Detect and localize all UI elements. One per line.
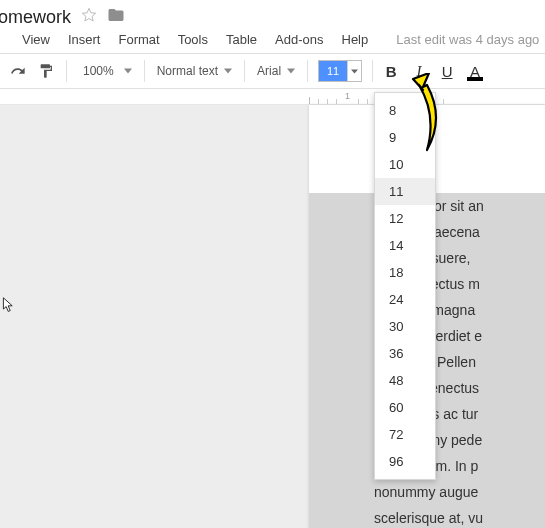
document-title[interactable]: omework xyxy=(0,7,71,28)
font-size-control xyxy=(318,60,362,82)
annotation-arrow xyxy=(395,73,465,162)
zoom-dropdown[interactable]: 100% xyxy=(73,64,138,78)
folder-icon[interactable] xyxy=(107,6,125,28)
text-color-bar xyxy=(467,77,483,81)
menu-help[interactable]: Help xyxy=(342,32,369,47)
body-text-line[interactable]: nonummy augue xyxy=(309,479,545,505)
menu-addons[interactable]: Add-ons xyxy=(275,32,323,47)
font-size-dropdown-button[interactable] xyxy=(347,61,361,81)
menu-view[interactable]: View xyxy=(22,32,50,47)
body-text-line[interactable]: scelerisque at, vu xyxy=(309,505,545,528)
menu-tools[interactable]: Tools xyxy=(178,32,208,47)
font-family-dropdown[interactable]: Arial xyxy=(251,64,301,78)
font-size-option[interactable]: 24 xyxy=(375,286,435,313)
font-size-option[interactable]: 96 xyxy=(375,448,435,475)
paragraph-style-value: Normal text xyxy=(157,64,218,78)
mouse-cursor-icon xyxy=(2,297,16,317)
chevron-down-icon xyxy=(287,64,295,78)
chevron-down-icon xyxy=(351,68,358,75)
redo-icon[interactable] xyxy=(4,58,32,84)
chevron-down-icon xyxy=(224,64,232,78)
font-size-option[interactable]: 48 xyxy=(375,367,435,394)
star-icon[interactable] xyxy=(81,7,97,27)
font-size-option[interactable]: 72 xyxy=(375,421,435,448)
font-size-option[interactable]: 11 xyxy=(375,178,435,205)
menu-table[interactable]: Table xyxy=(226,32,257,47)
font-size-option[interactable]: 12 xyxy=(375,205,435,232)
workspace: ipsum dolor sit aning elit. MaecenaFusce… xyxy=(0,105,545,528)
menu-insert[interactable]: Insert xyxy=(68,32,101,47)
menu-bar: View Insert Format Tools Table Add-ons H… xyxy=(0,32,545,53)
text-color-button[interactable]: A xyxy=(463,58,487,84)
menu-format[interactable]: Format xyxy=(118,32,159,47)
font-family-value: Arial xyxy=(257,64,281,78)
font-size-option[interactable]: 60 xyxy=(375,394,435,421)
font-size-option[interactable]: 14 xyxy=(375,232,435,259)
font-size-option[interactable]: 30 xyxy=(375,313,435,340)
canvas-gutter xyxy=(0,105,309,528)
paragraph-style-dropdown[interactable]: Normal text xyxy=(151,64,238,78)
font-size-option[interactable]: 18 xyxy=(375,259,435,286)
zoom-value: 100% xyxy=(79,64,118,78)
chevron-down-icon xyxy=(124,64,132,78)
last-edit-status[interactable]: Last edit was 4 days ago xyxy=(396,32,539,47)
font-size-option[interactable]: 36 xyxy=(375,340,435,367)
paint-format-icon[interactable] xyxy=(32,58,60,84)
font-size-input[interactable] xyxy=(319,61,347,81)
